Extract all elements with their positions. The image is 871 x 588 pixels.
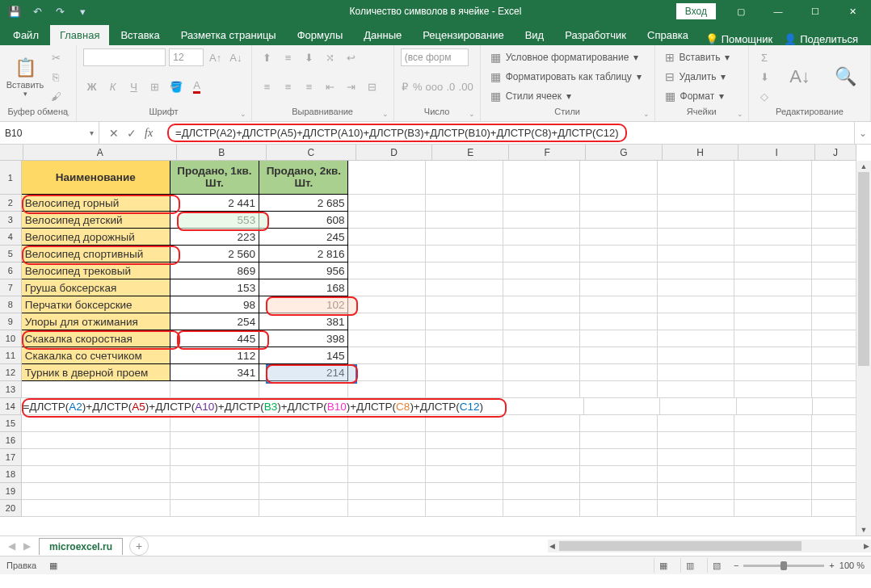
comma-icon[interactable]: ооо [426,78,444,95]
cell-B3[interactable]: 553 [170,212,259,229]
cell-A3[interactable]: Велосипед детский [22,212,170,229]
tab-next-icon[interactable]: ▶ [23,540,31,552]
scroll-up-icon[interactable]: ▲ [856,161,871,172]
name-box[interactable]: B10▾ [0,122,99,144]
table-row[interactable]: 16 [0,432,856,449]
tab-review[interactable]: Рецензирование [413,25,513,45]
align-center-icon[interactable]: ≡ [280,78,297,95]
col-J[interactable]: J [815,145,856,161]
col-B[interactable]: B [177,145,267,161]
cell-C5[interactable]: 2 816 [259,246,348,262]
view-normal-icon[interactable]: ▦ [654,558,672,573]
cell-B7[interactable]: 153 [170,279,259,296]
fill-color-icon[interactable]: 🪣 [167,78,185,95]
italic-icon[interactable]: К [104,78,122,95]
expand-formula-bar-icon[interactable]: ⌄ [854,122,871,144]
undo-icon[interactable]: ↶ [27,2,47,21]
percent-icon[interactable]: % [413,78,423,95]
cell-A7[interactable]: Груша боксерская [22,279,170,296]
format-as-table-button[interactable]: ▦Форматировать как таблицу ▾ [487,68,648,86]
align-left-icon[interactable]: ≡ [259,78,276,95]
table-row[interactable]: 13 [0,381,856,398]
cell-A11[interactable]: Скакалка со счетчиком [22,347,170,364]
sheet-tab-active[interactable]: microexcel.ru [39,538,123,555]
table-row[interactable]: 11Скакалка со счетчиком112145 [0,347,856,364]
cell-C6[interactable]: 956 [259,262,348,279]
cell-A2[interactable]: Велосипед горный [22,195,170,212]
col-F[interactable]: F [509,145,586,161]
table-row[interactable]: 6Велосипед трековый869956 [0,262,856,279]
tab-file[interactable]: Файл [3,25,48,45]
clear-icon[interactable]: ◇ [755,87,773,105]
view-page-break-icon[interactable]: ▧ [707,558,726,573]
vertical-scrollbar[interactable]: ▲ ▼ [856,161,871,536]
cell-B5[interactable]: 2 560 [170,246,259,262]
cell-A4[interactable]: Велосипед дорожный [22,229,170,246]
font-name-select[interactable] [83,48,166,66]
cell-C4[interactable]: 245 [259,229,348,246]
macro-record-icon[interactable]: ▦ [49,561,57,571]
format-painter-icon[interactable]: 🖌 [47,87,65,105]
align-middle-icon[interactable]: ≡ [280,48,297,66]
find-select-button[interactable]: 🔍 [827,65,864,89]
currency-icon[interactable]: ₽ [401,78,410,95]
fill-icon[interactable]: ⬇ [755,68,773,86]
cell-B9[interactable]: 254 [170,313,259,330]
table-row[interactable]: 5Велосипед спортивный2 5602 816 [0,246,856,262]
border-icon[interactable]: ⊞ [146,78,164,95]
worksheet-area[interactable]: A B C D E F G H I J 1 Наименование Прода… [0,145,871,536]
font-size-select[interactable]: 12 [169,48,204,66]
cell-C11[interactable]: 145 [259,347,348,364]
align-right-icon[interactable]: ≡ [301,78,318,95]
col-D[interactable]: D [356,145,433,161]
maximize-icon[interactable]: ☐ [797,0,834,23]
merge-icon[interactable]: ⊟ [364,78,381,95]
align-top-icon[interactable]: ⬆ [259,48,276,66]
ribbon-options-icon[interactable]: ▢ [722,0,759,23]
zoom-level[interactable]: 100 % [839,561,865,570]
close-icon[interactable]: ✕ [834,0,871,23]
fx-icon[interactable]: fx [145,127,153,140]
cell-A5[interactable]: Велосипед спортивный [22,246,170,262]
cell-B10[interactable]: 445 [170,330,259,347]
insert-cells-button[interactable]: ⊞Вставить ▾ [662,48,742,66]
decrease-font-icon[interactable]: A↓ [227,48,244,66]
cancel-formula-icon[interactable]: ✕ [109,127,119,140]
tell-me-button[interactable]: 💡 Помощник [705,33,773,45]
redo-icon[interactable]: ↷ [50,2,69,21]
col-E[interactable]: E [432,145,509,161]
cell-B6[interactable]: 869 [170,262,259,279]
cell-B1[interactable]: Продано, 1кв. Шт. [170,161,259,195]
tab-data[interactable]: Данные [354,25,411,45]
col-H[interactable]: H [663,145,739,161]
table-row[interactable]: 14 =ДЛСТР(A2)+ДЛСТР(A5)+ДЛСТР(A10)+ДЛСТР… [0,398,856,415]
delete-cells-button[interactable]: ⊟Удалить ▾ [662,68,742,86]
cell-A10[interactable]: Скакалка скоростная [22,330,170,347]
tab-developer[interactable]: Разработчик [555,25,636,45]
tab-home[interactable]: Главная [50,25,109,45]
new-sheet-button[interactable]: + [129,536,149,556]
tab-help[interactable]: Справка [637,25,698,45]
increase-decimal-icon[interactable]: .0 [446,78,455,95]
hscrollbar-thumb[interactable] [559,541,802,551]
table-row[interactable]: 2Велосипед горный2 4412 685 [0,195,856,212]
cell-C12[interactable]: 214 [259,364,348,381]
cell-C1[interactable]: Продано, 2кв. Шт. [259,161,348,195]
share-button[interactable]: 👤 Поделиться [784,33,858,45]
view-page-layout-icon[interactable]: ▥ [680,558,699,573]
increase-font-icon[interactable]: A↑ [207,48,224,66]
tab-insert[interactable]: Вставка [111,25,169,45]
cell-C9[interactable]: 381 [259,313,348,330]
scroll-down-icon[interactable]: ▼ [856,524,871,536]
autosum-icon[interactable]: Σ [755,48,773,66]
select-all-corner[interactable] [0,145,23,161]
scrollbar-thumb[interactable] [858,172,869,366]
zoom-slider[interactable] [743,565,824,567]
cell-B8[interactable]: 98 [170,296,259,313]
table-row[interactable]: 19 [0,483,856,500]
save-icon[interactable]: 💾 [5,2,24,21]
cell-B4[interactable]: 223 [170,229,259,246]
qat-customize-icon[interactable]: ▾ [73,2,92,21]
cell-C7[interactable]: 168 [259,279,348,296]
col-A[interactable]: A [23,145,177,161]
